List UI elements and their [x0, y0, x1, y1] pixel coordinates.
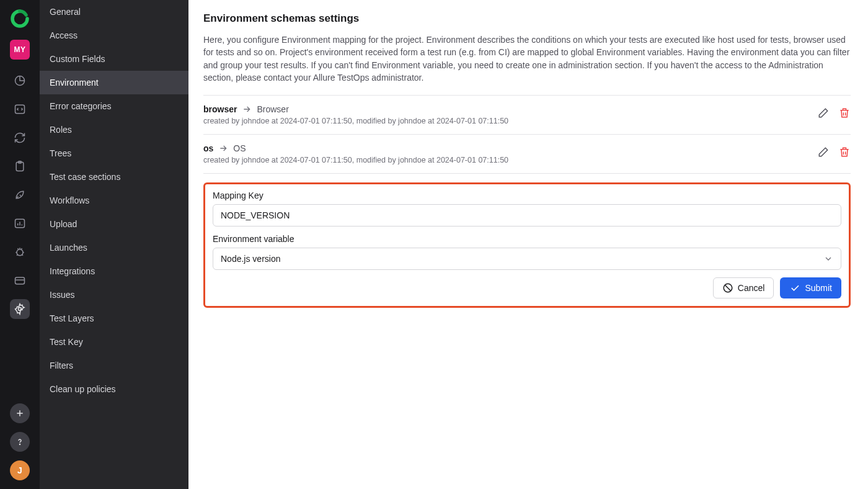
- sidebar-item-upload[interactable]: Upload: [40, 212, 188, 236]
- mapping-key: os: [203, 143, 213, 153]
- mapping-row: browser Browser created by johndoe at 20…: [203, 96, 851, 135]
- sidebar-item-clean-up-policies[interactable]: Clean up policies: [40, 377, 188, 401]
- env-var-select[interactable]: Node.js version: [213, 248, 841, 270]
- sidebar-item-environment[interactable]: Environment: [40, 71, 188, 94]
- sidebar-item-issues[interactable]: Issues: [40, 283, 188, 307]
- env-var-label: Environment variable: [213, 234, 841, 244]
- sidebar-item-filters[interactable]: Filters: [40, 354, 188, 377]
- rocket-icon[interactable]: [10, 185, 30, 205]
- env-var-selected-value: Node.js version: [221, 254, 281, 264]
- mapping-value: Browser: [257, 104, 288, 114]
- sidebar-item-test-case-sections[interactable]: Test case sections: [40, 165, 188, 189]
- delete-icon[interactable]: [838, 107, 851, 119]
- svg-point-8: [19, 444, 20, 444]
- mapping-key-label: Mapping Key: [213, 191, 841, 200]
- icon-rail: MY: [0, 0, 40, 489]
- mapping-key: browser: [203, 104, 237, 114]
- sidebar-item-access[interactable]: Access: [40, 24, 188, 47]
- settings-sidebar: General Access Custom Fields Environment…: [40, 0, 188, 489]
- page-title: Environment schemas settings: [203, 12, 851, 25]
- clipboard-icon[interactable]: [10, 156, 30, 176]
- card-icon[interactable]: [10, 271, 30, 290]
- mapping-key-input[interactable]: [213, 204, 841, 227]
- user-avatar[interactable]: J: [10, 460, 30, 480]
- pie-chart-icon[interactable]: [10, 71, 30, 91]
- add-icon[interactable]: [10, 403, 30, 423]
- main-content: Environment schemas settings Here, you c…: [188, 0, 868, 489]
- app-logo[interactable]: [10, 9, 30, 29]
- sidebar-item-workflows[interactable]: Workflows: [40, 189, 188, 212]
- mapping-value: OS: [233, 143, 246, 153]
- sidebar-item-launches[interactable]: Launches: [40, 236, 188, 259]
- cancel-icon: [722, 282, 733, 294]
- edit-icon[interactable]: [817, 146, 830, 158]
- mapping-meta: created by johndoe at 2024-07-01 07:11:5…: [203, 156, 817, 164]
- delete-icon[interactable]: [838, 146, 851, 158]
- sidebar-item-test-key[interactable]: Test Key: [40, 330, 188, 354]
- cancel-button-label: Cancel: [738, 283, 765, 293]
- sidebar-item-integrations[interactable]: Integrations: [40, 259, 188, 283]
- bug-icon[interactable]: [10, 242, 30, 262]
- submit-button-label: Submit: [805, 283, 832, 293]
- mapping-form: Mapping Key Environment variable Node.js…: [203, 182, 851, 308]
- edit-icon[interactable]: [817, 107, 830, 119]
- sidebar-item-roles[interactable]: Roles: [40, 118, 188, 141]
- mapping-meta: created by johndoe at 2024-07-01 07:11:5…: [203, 117, 817, 125]
- mapping-row: os OS created by johndoe at 2024-07-01 0…: [203, 135, 851, 174]
- refresh-icon[interactable]: [10, 128, 30, 148]
- arrow-right-icon: [218, 143, 228, 153]
- sidebar-item-test-layers[interactable]: Test Layers: [40, 307, 188, 330]
- sidebar-item-general[interactable]: General: [40, 0, 188, 24]
- svg-rect-1: [16, 105, 25, 113]
- svg-rect-6: [16, 277, 25, 284]
- bar-chart-icon[interactable]: [10, 213, 30, 233]
- sidebar-item-error-categories[interactable]: Error categories: [40, 94, 188, 118]
- sidebar-item-custom-fields[interactable]: Custom Fields: [40, 47, 188, 71]
- settings-icon[interactable]: [10, 299, 30, 319]
- page-description: Here, you configure Environment mapping …: [203, 34, 851, 84]
- code-icon[interactable]: [10, 99, 30, 119]
- submit-button[interactable]: Submit: [780, 277, 841, 298]
- sidebar-item-trees[interactable]: Trees: [40, 141, 188, 165]
- project-badge[interactable]: MY: [10, 40, 30, 60]
- check-icon: [789, 282, 800, 294]
- help-icon[interactable]: [10, 432, 30, 452]
- chevron-down-icon: [823, 254, 833, 264]
- cancel-button[interactable]: Cancel: [713, 277, 774, 298]
- arrow-right-icon: [242, 104, 252, 114]
